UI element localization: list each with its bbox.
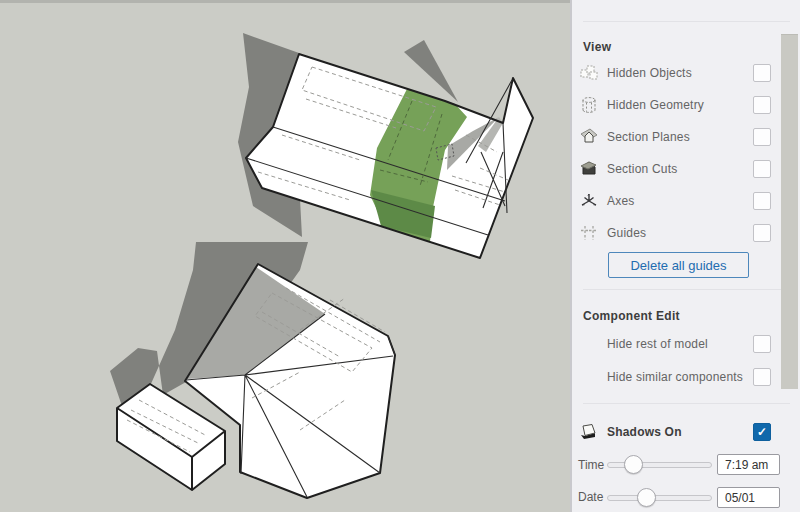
panel-scrollbar[interactable] (781, 34, 798, 389)
row-hide-rest-of-model: Hide rest of model (578, 334, 771, 354)
date-label: Date (578, 490, 603, 504)
time-label: Time (578, 458, 604, 472)
hide-similar-components-checkbox[interactable] (753, 368, 771, 386)
section-cuts-checkbox[interactable] (753, 160, 771, 178)
check-icon: ✓ (757, 426, 767, 438)
item-label: Hidden Objects (607, 66, 753, 80)
sketchup-app: View Hidden Objects Hidden Geometry (0, 0, 800, 512)
date-slider[interactable] (607, 495, 712, 501)
item-label: Hide similar components (607, 370, 753, 384)
item-label: Section Planes (607, 130, 753, 144)
row-hide-similar-components: Hide similar components (578, 367, 771, 387)
row-section-cuts: Section Cuts (578, 159, 771, 179)
axes-icon (578, 191, 600, 211)
guides-checkbox[interactable] (753, 224, 771, 242)
row-axes: Axes (578, 191, 771, 211)
hidden-geometry-icon (578, 95, 600, 115)
hidden-objects-checkbox[interactable] (753, 64, 771, 82)
section-cuts-icon (578, 159, 600, 179)
hide-rest-of-model-checkbox[interactable] (753, 335, 771, 353)
row-hidden-objects: Hidden Objects (578, 63, 771, 83)
guides-icon (578, 223, 600, 243)
divider (583, 21, 790, 22)
item-label: Hide rest of model (607, 337, 753, 351)
section-planes-icon (578, 127, 600, 147)
item-label: Axes (607, 194, 753, 208)
hidden-objects-icon (578, 63, 600, 83)
date-slider-thumb[interactable] (637, 488, 656, 507)
shadows-on-label: Shadows On (607, 425, 753, 439)
time-slider[interactable] (607, 462, 712, 468)
time-value-input[interactable]: 7:19 am (717, 454, 780, 475)
hidden-geometry-checkbox[interactable] (753, 96, 771, 114)
axes-checkbox[interactable] (753, 192, 771, 210)
item-label: Guides (607, 226, 753, 240)
item-label: Section Cuts (607, 162, 753, 176)
section-planes-checkbox[interactable] (753, 128, 771, 146)
shadows-on-checkbox[interactable]: ✓ (753, 423, 771, 441)
horizon-strip (0, 0, 570, 3)
item-label: Hidden Geometry (607, 98, 753, 112)
row-guides: Guides (578, 223, 771, 243)
model-viewport[interactable] (0, 0, 570, 512)
display-panel: View Hidden Objects Hidden Geometry (570, 0, 800, 512)
time-slider-thumb[interactable] (624, 455, 643, 474)
view-section-heading: View (583, 40, 611, 54)
row-hidden-geometry: Hidden Geometry (578, 95, 771, 115)
component-edit-heading: Component Edit (583, 309, 680, 323)
date-value-input[interactable]: 05/01 (717, 487, 780, 508)
delete-all-guides-button[interactable]: Delete all guides (608, 252, 749, 278)
row-section-planes: Section Planes (578, 127, 771, 147)
divider (583, 289, 790, 290)
viewport-canvas[interactable] (0, 0, 570, 512)
divider (583, 403, 790, 404)
shadow-icon (578, 422, 600, 442)
row-shadows: Shadows On ✓ (578, 422, 771, 442)
